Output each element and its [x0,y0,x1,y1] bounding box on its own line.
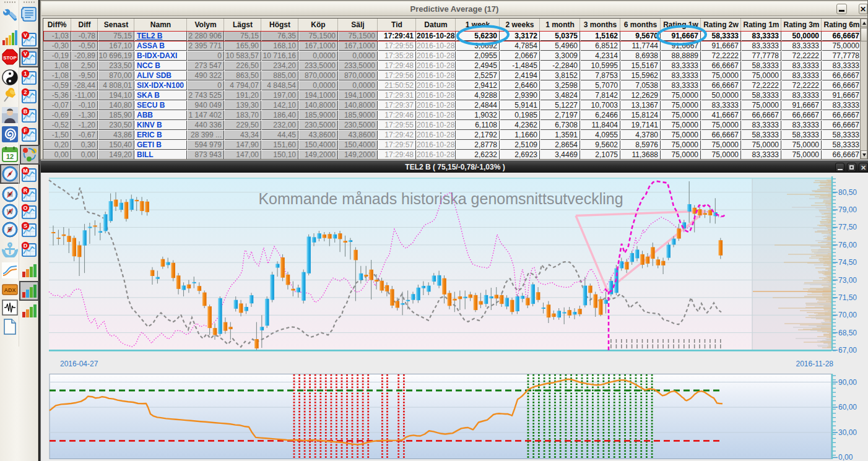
svg-text:68,50: 68,50 [838,329,857,337]
svg-text:V: V [24,32,27,38]
svg-text:S: S [24,223,27,229]
svg-text:D: D [24,243,28,249]
svg-text:73,00: 73,00 [838,276,857,285]
svg-text:74,50: 74,50 [838,258,857,267]
svg-text:2016-11-28: 2016-11-28 [796,360,834,368]
svg-text:0,00: 0,00 [838,453,853,461]
svg-text:67,00: 67,00 [838,346,857,355]
svg-text:80,50: 80,50 [838,188,857,197]
svg-text:60,00: 60,00 [838,403,857,411]
svg-text:77,50: 77,50 [838,223,857,231]
svg-text:V: V [24,51,27,57]
svg-text:76,00: 76,00 [838,241,857,249]
svg-text:R: R [24,187,28,194]
svg-text:79,00: 79,00 [838,205,857,214]
svg-text:2016-04-27: 2016-04-27 [60,360,98,368]
svg-text:30,00: 30,00 [838,428,857,437]
svg-text:B: B [24,108,28,114]
svg-text:1: 1 [24,71,27,77]
svg-text:71,50: 71,50 [838,293,857,302]
svg-text:2: 2 [24,89,27,95]
svg-text:O: O [23,205,27,211]
svg-text:Kommande månads historiska gen: Kommande månads historiska genomsnittsut… [258,190,623,207]
svg-text:M: M [23,168,28,174]
svg-text:ADX: ADX [4,287,15,293]
svg-text:90,00: 90,00 [838,378,857,387]
svg-text:12: 12 [6,153,14,160]
svg-text:F: F [24,127,27,134]
svg-text:STOP: STOP [3,55,17,61]
svg-text:70,00: 70,00 [838,311,857,319]
